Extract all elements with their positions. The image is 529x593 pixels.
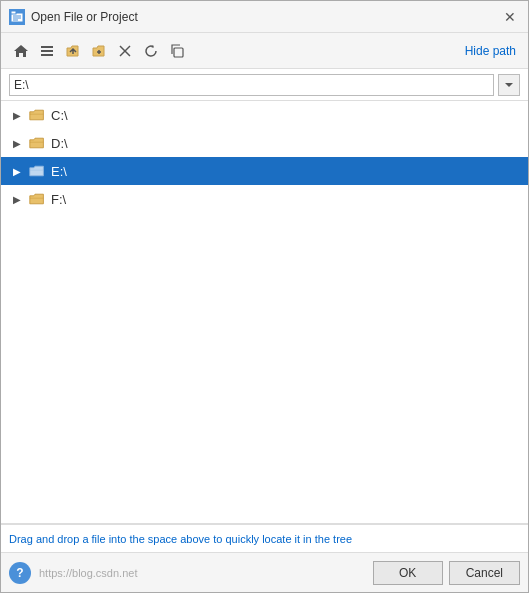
path-bar xyxy=(1,69,528,101)
chevron-icon-d: ▶ xyxy=(9,138,25,149)
close-button[interactable]: ✕ xyxy=(500,7,520,27)
footer-buttons: OK Cancel xyxy=(373,561,520,585)
chevron-icon-c: ▶ xyxy=(9,110,25,121)
folder-icon-d xyxy=(27,135,47,151)
help-button[interactable]: ? xyxy=(9,562,31,584)
status-message: Drag and drop a file into the space abov… xyxy=(9,533,352,545)
tree-item-label-c: C:\ xyxy=(51,108,68,123)
folder-icon-e xyxy=(27,163,47,179)
tree-item-e[interactable]: ▶ E:\ xyxy=(1,157,528,185)
ok-button[interactable]: OK xyxy=(373,561,443,585)
svg-rect-1 xyxy=(11,11,16,14)
cancel-button[interactable]: Cancel xyxy=(449,561,520,585)
status-bar: Drag and drop a file into the space abov… xyxy=(1,524,528,552)
toolbar: Hide path xyxy=(1,33,528,69)
folder-icon-c xyxy=(27,107,47,123)
list-view-button[interactable] xyxy=(35,39,59,63)
tree-item-c[interactable]: ▶ C:\ xyxy=(1,101,528,129)
tree-item-label-f: F:\ xyxy=(51,192,66,207)
new-folder-button[interactable] xyxy=(87,39,111,63)
footer: ? https://blog.csdn.net OK Cancel xyxy=(1,552,528,592)
delete-button[interactable] xyxy=(113,39,137,63)
chevron-icon-e: ▶ xyxy=(9,166,25,177)
dialog-title: Open File or Project xyxy=(31,10,500,24)
home-button[interactable] xyxy=(9,39,33,63)
tree-item-f[interactable]: ▶ F:\ xyxy=(1,185,528,213)
tree-item-d[interactable]: ▶ D:\ xyxy=(1,129,528,157)
refresh-button[interactable] xyxy=(139,39,163,63)
svg-rect-5 xyxy=(41,46,53,48)
hide-path-button[interactable]: Hide path xyxy=(461,42,520,60)
svg-rect-7 xyxy=(41,54,53,56)
file-tree: ▶ C:\ ▶ D:\ ▶ xyxy=(1,101,528,524)
path-input[interactable] xyxy=(9,74,494,96)
copy-button[interactable] xyxy=(165,39,189,63)
open-file-dialog: Open File or Project ✕ xyxy=(0,0,529,593)
title-bar: Open File or Project ✕ xyxy=(1,1,528,33)
svg-rect-6 xyxy=(41,50,53,52)
folder-up-button[interactable] xyxy=(61,39,85,63)
footer-url: https://blog.csdn.net xyxy=(39,567,365,579)
chevron-icon-f: ▶ xyxy=(9,194,25,205)
navigate-button[interactable] xyxy=(498,74,520,96)
tree-item-label-d: D:\ xyxy=(51,136,68,151)
app-icon xyxy=(9,9,25,25)
folder-icon-f xyxy=(27,191,47,207)
tree-item-label-e: E:\ xyxy=(51,164,67,179)
svg-rect-10 xyxy=(174,48,183,57)
